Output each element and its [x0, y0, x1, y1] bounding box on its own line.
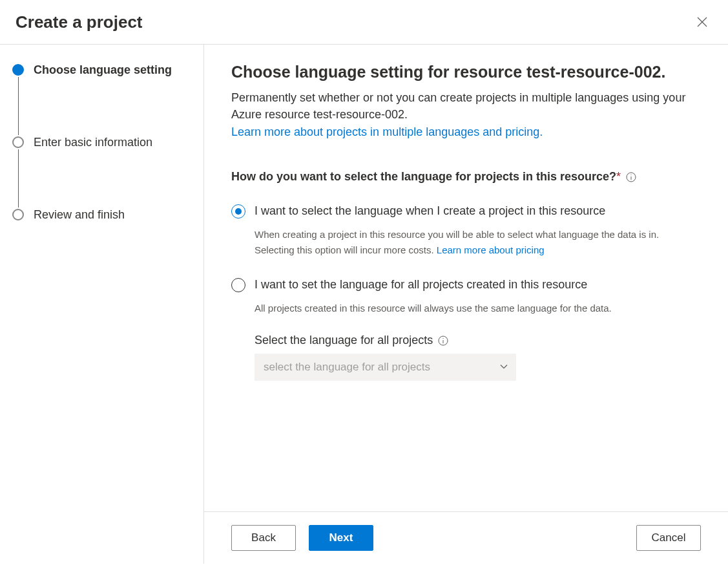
- cancel-button[interactable]: Cancel: [636, 525, 701, 551]
- step-circle-icon: [12, 64, 24, 76]
- step-indicator: [12, 209, 25, 220]
- wizard-steps: Choose language setting Enter basic info…: [0, 45, 204, 564]
- dropdown-label-row: Select the language for all projects: [255, 334, 701, 347]
- next-button[interactable]: Next: [309, 525, 373, 551]
- step-indicator: [12, 136, 25, 209]
- question-row: How do you want to select the language f…: [231, 170, 701, 184]
- radio-icon[interactable]: [231, 278, 245, 292]
- step-connector: [18, 149, 19, 208]
- learn-more-link[interactable]: Learn more about projects in multiple la…: [231, 125, 543, 138]
- option-title: I want to set the language for all proje…: [255, 277, 701, 293]
- content-area: Choose language setting for resource tes…: [204, 45, 728, 511]
- step-circle-icon: [12, 136, 24, 148]
- option-description: All projects created in this resource wi…: [255, 301, 701, 316]
- dialog-header: Create a project: [0, 0, 728, 45]
- dropdown-placeholder: select the language for all projects: [264, 361, 430, 374]
- option-per-project[interactable]: I want to select the language when I cre…: [231, 203, 701, 257]
- option-body: I want to select the language when I cre…: [255, 203, 701, 257]
- dialog-title: Create a project: [16, 12, 143, 32]
- radio-icon[interactable]: [231, 204, 245, 219]
- step-label: Choose language setting: [34, 64, 172, 76]
- back-button[interactable]: Back: [231, 525, 296, 551]
- question-label: How do you want to select the language f…: [231, 170, 621, 184]
- footer-spacer: [386, 525, 623, 551]
- svg-point-4: [631, 175, 632, 175]
- dropdown-label: Select the language for all projects: [255, 334, 433, 347]
- option-title: I want to select the language when I cre…: [255, 203, 701, 219]
- option-description: When creating a project in this resource…: [255, 227, 701, 257]
- svg-point-7: [443, 338, 444, 339]
- step-choose-language[interactable]: Choose language setting: [12, 64, 188, 136]
- main-panel: Choose language setting for resource tes…: [204, 45, 728, 564]
- step-circle-icon: [12, 209, 24, 220]
- step-indicator: [12, 64, 25, 136]
- step-review[interactable]: Review and finish: [12, 209, 188, 220]
- page-heading: Choose language setting for resource tes…: [231, 63, 701, 81]
- dialog-body: Choose language setting Enter basic info…: [0, 45, 728, 564]
- step-label: Enter basic information: [34, 136, 152, 148]
- pricing-link[interactable]: Learn more about pricing: [437, 244, 545, 255]
- close-icon: [697, 17, 707, 27]
- step-basic-info[interactable]: Enter basic information: [12, 136, 188, 209]
- info-icon[interactable]: [438, 336, 448, 346]
- dialog-footer: Back Next Cancel: [204, 511, 728, 564]
- page-description: Permanently set whether or not you can c…: [231, 89, 701, 123]
- language-dropdown[interactable]: select the language for all projects: [255, 354, 516, 381]
- option-body: I want to set the language for all proje…: [255, 277, 701, 381]
- step-connector: [18, 77, 19, 135]
- close-button[interactable]: [692, 12, 712, 32]
- required-asterisk: *: [616, 170, 621, 183]
- step-label: Review and finish: [34, 209, 125, 220]
- info-icon[interactable]: [626, 172, 636, 182]
- option-all-projects[interactable]: I want to set the language for all proje…: [231, 277, 701, 381]
- chevron-down-icon: [499, 362, 508, 373]
